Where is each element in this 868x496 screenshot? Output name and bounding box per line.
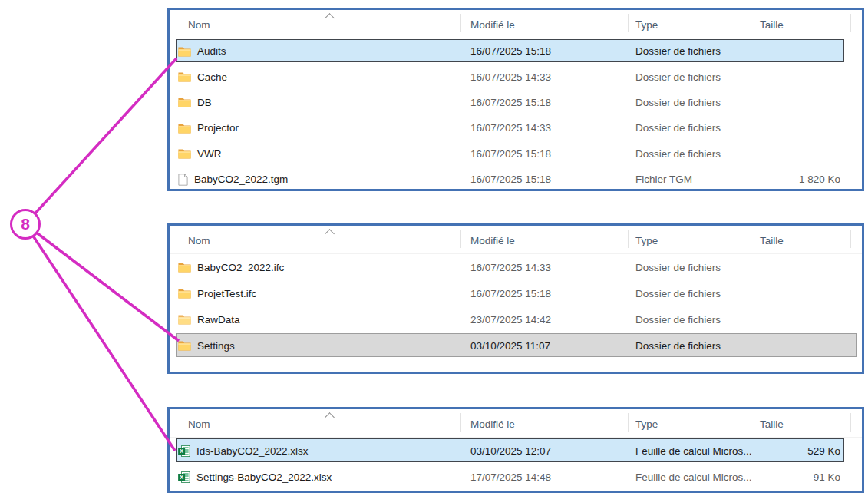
file-name: ProjetTest.ifc [197, 288, 256, 299]
file-modified: 03/10/2025 12:07 [470, 438, 551, 464]
file-row-rawdata[interactable]: RawData 23/07/2025 14:42 Dossier de fich… [170, 306, 862, 332]
column-header-modified[interactable]: Modifié le [470, 10, 515, 38]
column-header-modified[interactable]: Modifié le [470, 226, 515, 253]
file-modified: 16/07/2025 14:33 [470, 115, 551, 141]
column-header-name[interactable]: Nom [188, 409, 210, 437]
file-type: Dossier de fichiers [635, 254, 721, 280]
file-modified: 16/07/2025 14:33 [470, 64, 551, 89]
file-type: Dossier de fichiers [635, 90, 721, 115]
file-name: BabyCO2_2022.ifc [197, 262, 284, 273]
file-row-projettest-ifc[interactable]: ProjetTest.ifc 16/07/2025 15:18 Dossier … [170, 280, 862, 306]
column-header-name[interactable]: Nom [188, 226, 210, 253]
folder-icon [178, 288, 191, 299]
column-header-row: Nom Modifié le Type Taille [170, 226, 862, 254]
file-modified: 16/07/2025 15:18 [470, 141, 551, 167]
column-header-modified[interactable]: Modifié le [470, 409, 515, 437]
file-type: Dossier de fichiers [635, 332, 721, 359]
folder-icon [178, 71, 191, 82]
file-modified: 16/07/2025 15:18 [470, 167, 551, 192]
file-row-babyco2-ifc[interactable]: BabyCO2_2022.ifc 16/07/2025 14:33 Dossie… [170, 254, 862, 280]
column-header-name[interactable]: Nom [188, 10, 210, 38]
file-modified: 16/07/2025 14:33 [470, 254, 551, 280]
file-modified: 16/07/2025 15:18 [470, 90, 551, 115]
file-modified: 23/07/2025 14:42 [470, 306, 551, 332]
column-header-row: Nom Modifié le Type Taille [170, 409, 862, 438]
annotation-step-badge: 8 [10, 209, 41, 240]
folder-icon [178, 148, 191, 159]
file-row-ids-xlsx[interactable]: X Ids-BabyCO2_2022.xlsx 03/10/2025 12:07… [170, 438, 862, 464]
file-name: RawData [197, 314, 240, 326]
file-row-cache[interactable]: Cache 16/07/2025 14:33 Dossier de fichie… [170, 64, 862, 89]
file-explorer-panel-top: Nom Modifié le Type Taille Audits 16/07/… [167, 8, 864, 191]
folder-icon [178, 262, 191, 273]
file-type: Feuille de calcul Micros... [635, 438, 752, 464]
file-explorer-panel-middle: Nom Modifié le Type Taille BabyCO2_2022.… [167, 223, 864, 374]
file-name: Projector [197, 122, 239, 134]
column-header-type[interactable]: Type [635, 226, 658, 253]
file-size: 1 820 Ko [799, 167, 840, 192]
file-row-babyco2-tgm[interactable]: BabyCO2_2022.tgm 16/07/2025 15:18 Fichie… [170, 167, 862, 192]
svg-text:X: X [180, 474, 183, 480]
file-type: Dossier de fichiers [635, 141, 721, 167]
file-icon [178, 174, 188, 186]
file-type: Dossier de fichiers [635, 306, 721, 332]
file-name: Cache [197, 71, 227, 83]
file-type: Dossier de fichiers [635, 38, 721, 64]
folder-icon [178, 340, 191, 351]
file-modified: 17/07/2025 14:48 [470, 464, 551, 490]
column-header-type[interactable]: Type [635, 409, 658, 437]
file-type: Dossier de fichiers [635, 280, 721, 306]
file-name: Settings-BabyCO2_2022.xlsx [196, 471, 332, 483]
file-row-audits[interactable]: Audits 16/07/2025 15:18 Dossier de fichi… [170, 38, 862, 64]
file-name: Settings [197, 340, 235, 352]
file-name: DB [197, 97, 212, 108]
file-size: 529 Ko [807, 438, 840, 464]
file-type: Feuille de calcul Micros... [635, 464, 752, 490]
column-header-size[interactable]: Taille [760, 10, 784, 38]
file-name: Audits [197, 45, 226, 57]
file-row-vwr[interactable]: VWR 16/07/2025 15:18 Dossier de fichiers [170, 141, 862, 167]
file-row-projector[interactable]: Projector 16/07/2025 14:33 Dossier de fi… [170, 115, 862, 141]
sort-ascending-chevron-icon [325, 412, 335, 422]
file-type: Dossier de fichiers [635, 115, 721, 141]
column-header-size[interactable]: Taille [760, 226, 784, 253]
file-name: Ids-BabyCO2_2022.xlsx [196, 445, 309, 457]
file-type: Fichier TGM [635, 167, 692, 192]
file-name: VWR [197, 148, 222, 160]
file-modified: 16/07/2025 15:18 [470, 38, 551, 64]
sort-ascending-chevron-icon [325, 229, 335, 239]
svg-text:X: X [180, 448, 183, 454]
file-row-db[interactable]: DB 16/07/2025 15:18 Dossier de fichiers [170, 90, 862, 115]
file-type: Dossier de fichiers [635, 64, 721, 89]
folder-icon [178, 314, 191, 325]
file-row-settings[interactable]: Settings 03/10/2025 11:07 Dossier de fic… [170, 332, 862, 359]
screenshot-canvas: { "annotation": { "label": "8", "color":… [0, 0, 868, 496]
file-explorer-panel-bottom: Nom Modifié le Type Taille X Ids-BabyCO2… [167, 407, 864, 493]
column-header-type[interactable]: Type [635, 10, 658, 38]
column-header-size[interactable]: Taille [760, 409, 784, 437]
column-header-row: Nom Modifié le Type Taille [170, 10, 862, 38]
file-name: BabyCO2_2022.tgm [194, 174, 288, 185]
excel-file-icon: X [178, 445, 190, 457]
folder-icon [178, 46, 191, 57]
sort-ascending-chevron-icon [325, 13, 335, 23]
file-modified: 03/10/2025 11:07 [470, 332, 550, 359]
file-row-settings-xlsx[interactable]: X Settings-BabyCO2_2022.xlsx 17/07/2025 … [170, 464, 862, 490]
folder-icon [178, 123, 191, 134]
excel-file-icon: X [178, 471, 190, 483]
file-modified: 16/07/2025 15:18 [470, 280, 551, 306]
file-size: 91 Ko [814, 464, 840, 490]
folder-icon [178, 97, 191, 107]
